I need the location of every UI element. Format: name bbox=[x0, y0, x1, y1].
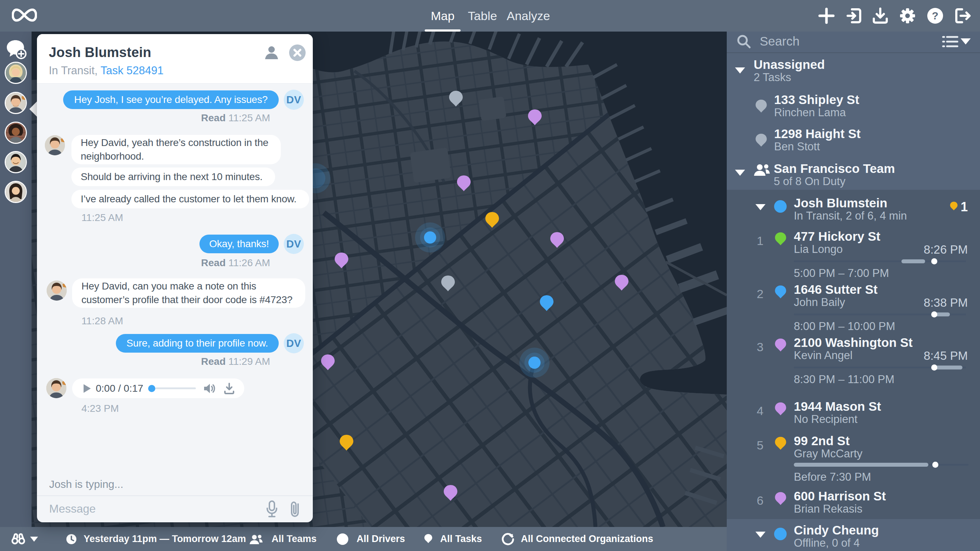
sidebar-avatar-2-selected[interactable] bbox=[5, 92, 27, 114]
task-window: Before 7:30 PM bbox=[794, 471, 871, 484]
message-sent: Okay, thanks! bbox=[199, 235, 279, 253]
map-driver-dot[interactable] bbox=[415, 222, 445, 253]
onfleet-logo[interactable] bbox=[12, 8, 37, 22]
driver-expander[interactable] bbox=[756, 204, 765, 210]
sidebar-avatar-3[interactable] bbox=[5, 122, 27, 144]
download-icon[interactable] bbox=[223, 383, 235, 394]
task-address[interactable]: 600 Harrison St bbox=[794, 489, 886, 503]
task-address[interactable]: 2100 Washington St bbox=[794, 335, 913, 350]
task-pin-icon bbox=[774, 401, 788, 418]
audio-message: 0:00 / 0:17 bbox=[72, 379, 244, 398]
driver-status-dot bbox=[774, 528, 787, 540]
tasks-filter[interactable]: All Tasks bbox=[440, 527, 482, 551]
driver2-name[interactable]: Cindy Cheung bbox=[794, 523, 879, 537]
driver-name[interactable]: Josh Blumstein bbox=[794, 196, 888, 210]
window-segment bbox=[902, 260, 925, 263]
filter-bar: Yesterday 11pm — Tomorrow 12am All Teams… bbox=[0, 527, 727, 551]
search-input[interactable]: Search bbox=[760, 34, 800, 48]
message-input[interactable]: Message bbox=[49, 502, 96, 516]
audio-progress-track[interactable] bbox=[155, 387, 196, 389]
driver-badge-count: 1 bbox=[961, 199, 968, 215]
message-timestamp: 4:23 PM bbox=[81, 403, 119, 414]
team-icon bbox=[752, 162, 771, 178]
drivers-filter[interactable]: All Drivers bbox=[356, 527, 405, 551]
task-seq-number: 6 bbox=[753, 494, 767, 508]
window-segment bbox=[934, 366, 963, 369]
task-address[interactable]: 99 2nd St bbox=[794, 434, 850, 448]
onfleet-dashboard: Map Table Analyze bbox=[0, 0, 980, 551]
attach-icon[interactable] bbox=[289, 500, 302, 518]
volume-icon[interactable] bbox=[204, 383, 216, 394]
task-pin-icon bbox=[754, 98, 768, 116]
play-icon[interactable] bbox=[83, 384, 91, 393]
message-timestamp: 11:25 AM bbox=[81, 212, 123, 223]
driver-badge-pin-icon bbox=[949, 200, 959, 213]
task-window: 5:00 PM – 7:00 PM bbox=[794, 267, 889, 280]
organizations-filter[interactable]: All Connected Organizations bbox=[521, 527, 653, 551]
typing-indicator: Josh is typing... bbox=[49, 478, 123, 490]
tasks-icon bbox=[423, 532, 433, 546]
task-eta: 8:45 PM bbox=[894, 349, 968, 363]
lookout-caret[interactable] bbox=[30, 537, 38, 541]
task-address[interactable]: 477 Hickory St bbox=[794, 229, 880, 244]
eta-dot bbox=[932, 462, 939, 468]
task-recipient: Ben Stott bbox=[774, 140, 820, 153]
message-received: Should be arriving in the next 10 minute… bbox=[72, 167, 275, 186]
import-icon[interactable] bbox=[845, 6, 864, 25]
task-pin-icon bbox=[774, 435, 788, 453]
teams-icon bbox=[248, 533, 265, 546]
teams-filter[interactable]: All Teams bbox=[272, 527, 317, 551]
chat-task-link[interactable]: Task 528491 bbox=[100, 64, 164, 77]
top-bar: Map Table Analyze bbox=[0, 0, 980, 32]
unassigned-expander[interactable] bbox=[735, 67, 745, 73]
settings-gear-icon[interactable] bbox=[898, 6, 917, 25]
new-chat-icon[interactable] bbox=[5, 39, 28, 60]
peer-initials-avatar: DV bbox=[284, 333, 304, 354]
task-recipient: John Baily bbox=[794, 296, 845, 309]
task-window-bar[interactable] bbox=[794, 366, 966, 368]
chat-sidebar bbox=[0, 32, 32, 551]
tab-map[interactable]: Map bbox=[425, 0, 461, 32]
search-icon bbox=[737, 34, 751, 49]
task-recipient: No Recipient bbox=[794, 413, 858, 426]
map-driver-dot[interactable] bbox=[519, 347, 550, 378]
team-title[interactable]: San Francisco Team bbox=[774, 161, 895, 176]
team-expander[interactable] bbox=[735, 170, 745, 176]
tab-table[interactable]: Table bbox=[465, 0, 500, 32]
task-panel: Search Unassigned 2 Tasks 133 Shipley St… bbox=[727, 32, 980, 551]
task-pin-icon bbox=[774, 337, 788, 354]
message-received: Hey David, yeah there’s construction in … bbox=[72, 135, 281, 164]
audio-time: 0:00 / 0:17 bbox=[96, 383, 143, 394]
active-tab-underline bbox=[425, 29, 461, 32]
task-window-bar[interactable] bbox=[794, 464, 969, 466]
task-recipient: Lia Longo bbox=[794, 243, 843, 256]
help-icon[interactable]: ? bbox=[926, 6, 945, 25]
add-icon[interactable] bbox=[817, 6, 836, 25]
tab-analyze[interactable]: Analyze bbox=[506, 0, 551, 32]
sign-out-icon[interactable] bbox=[953, 6, 972, 25]
profile-icon[interactable] bbox=[263, 44, 280, 61]
task-pin-icon bbox=[754, 132, 768, 150]
task-seq-number: 4 bbox=[753, 404, 767, 418]
task-address[interactable]: 1646 Sutter St bbox=[794, 282, 877, 297]
date-range-filter[interactable]: Yesterday 11pm — Tomorrow 12am bbox=[84, 527, 246, 551]
task-window-bar[interactable] bbox=[794, 314, 966, 315]
list-dropdown-caret[interactable] bbox=[961, 38, 970, 45]
task-eta: 8:26 PM bbox=[894, 243, 968, 256]
task-pin-icon bbox=[774, 491, 788, 508]
list-view-icon[interactable] bbox=[942, 35, 958, 48]
sidebar-avatar-5[interactable] bbox=[5, 181, 27, 203]
mic-icon[interactable] bbox=[266, 500, 278, 518]
organizations-icon bbox=[501, 533, 514, 546]
close-icon[interactable] bbox=[289, 45, 305, 61]
driver2-expander[interactable] bbox=[756, 532, 765, 538]
audio-progress-dot[interactable] bbox=[148, 385, 155, 392]
lookout-binoculars-icon[interactable] bbox=[11, 533, 25, 545]
task-window-bar[interactable] bbox=[794, 260, 966, 262]
export-icon[interactable] bbox=[871, 6, 889, 25]
sidebar-avatar-1[interactable] bbox=[5, 62, 27, 84]
task-recipient: Gray McCarty bbox=[794, 447, 862, 460]
sidebar-avatar-4[interactable] bbox=[5, 151, 27, 173]
task-address[interactable]: 1944 Mason St bbox=[794, 399, 881, 414]
message-sent: Sure, adding to their profile now. bbox=[116, 334, 279, 353]
